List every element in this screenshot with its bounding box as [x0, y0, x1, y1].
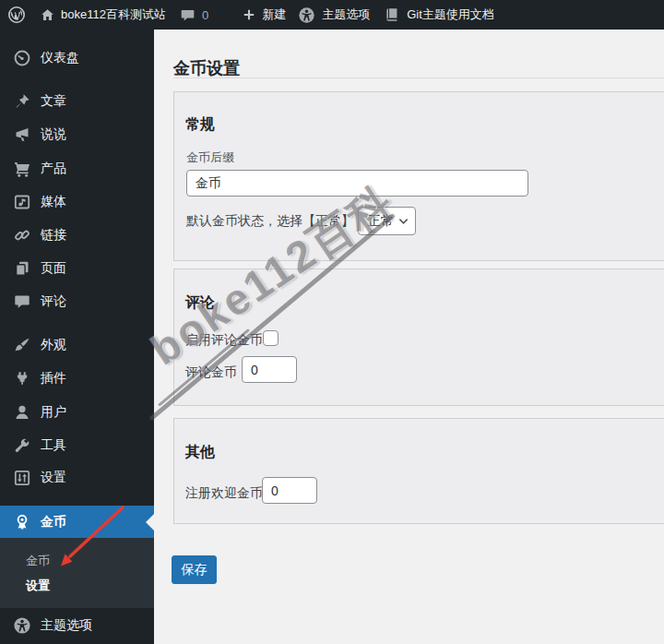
- main-content: 金币设置 常规 金币后缀 默认金币状态，选择【正常】 正常 评论 启用评论金币 …: [154, 30, 664, 644]
- universal-access-icon: [298, 6, 315, 24]
- pages-icon: [13, 259, 31, 278]
- sidebar-item-theme-options[interactable]: 主题选项: [0, 609, 154, 642]
- submenu-item-settings[interactable]: 设置: [26, 578, 50, 594]
- admin-bar-theme-options[interactable]: 主题选项: [298, 6, 370, 24]
- link-icon: [13, 226, 31, 244]
- wordpress-logo[interactable]: [7, 6, 26, 24]
- status-select[interactable]: 正常: [358, 207, 416, 235]
- wordpress-admin-page: boke112百科测试站 0 新建 主题选项: [0, 0, 664, 644]
- new-label: 新建: [262, 6, 286, 23]
- sidebar-item-users[interactable]: 用户: [0, 396, 154, 429]
- comment-bubble-icon: [180, 7, 196, 23]
- comment-coin-label: 评论金币: [185, 364, 237, 381]
- site-name: boke112百科测试站: [61, 6, 166, 23]
- award-icon: [13, 513, 31, 531]
- comments-icon: [13, 292, 31, 311]
- sidebar-item-pages[interactable]: 页面: [0, 252, 154, 285]
- media-icon: [13, 193, 31, 211]
- brush-icon: [13, 336, 31, 354]
- sidebar-menu: 仪表盘 文章 说说 产品 媒体: [0, 30, 154, 644]
- home-icon: [40, 7, 55, 23]
- theme-options-label: 主题选项: [322, 6, 370, 23]
- dashboard-icon: [13, 49, 31, 67]
- page-title: 金币设置: [173, 57, 240, 79]
- coin-suffix-label: 金币后缀: [186, 149, 234, 166]
- universal-access-icon: [13, 616, 31, 635]
- coin-suffix-input[interactable]: [186, 170, 528, 197]
- sidebar-item-products[interactable]: 产品: [0, 152, 154, 185]
- megaphone-icon: [13, 125, 31, 144]
- plug-icon: [13, 369, 31, 388]
- comments-section: 评论 启用评论金币 评论金币: [173, 268, 664, 406]
- sidebar-item-coins[interactable]: 金币: [0, 506, 154, 538]
- admin-bar-site-link[interactable]: boke112百科测试站: [40, 6, 166, 23]
- book-icon: [384, 6, 400, 23]
- title-divider: [173, 78, 664, 78]
- submenu-item-coins[interactable]: 金币: [26, 553, 50, 569]
- default-status-label: 默认金币状态，选择【正常】: [186, 213, 354, 230]
- sidebar-item-settings[interactable]: 设置: [0, 461, 154, 495]
- sidebar-item-plugins[interactable]: 插件: [0, 362, 154, 395]
- git-docs-label: Git主题使用文档: [407, 6, 494, 23]
- status-select-value: 正常: [368, 213, 394, 230]
- sidebar-item-dashboard[interactable]: 仪表盘: [0, 42, 154, 75]
- admin-bar: boke112百科测试站 0 新建 主题选项: [0, 0, 664, 30]
- welcome-coin-label: 注册欢迎金币: [185, 485, 263, 502]
- save-button[interactable]: 保存: [172, 555, 217, 584]
- sidebar-item-links[interactable]: 链接: [0, 219, 154, 252]
- plus-icon: [242, 7, 256, 22]
- comments-heading: 评论: [185, 293, 215, 313]
- sidebar-item-comments[interactable]: 评论: [0, 285, 154, 318]
- settings-icon: [13, 469, 31, 487]
- welcome-coin-input[interactable]: [262, 477, 317, 504]
- pin-icon: [13, 92, 31, 111]
- comment-coin-input[interactable]: [242, 356, 297, 383]
- wrench-icon: [13, 436, 31, 455]
- sidebar-item-tools[interactable]: 工具: [0, 429, 154, 462]
- user-icon: [13, 403, 31, 422]
- other-section: 其他 注册欢迎金币: [173, 418, 664, 524]
- comments-count: 0: [202, 8, 208, 22]
- admin-bar-comments[interactable]: 0: [180, 7, 208, 23]
- sidebar-item-appearance[interactable]: 外观: [0, 328, 154, 362]
- sidebar-item-shuoshuo[interactable]: 说说: [0, 118, 154, 151]
- wordpress-icon: [7, 6, 26, 24]
- current-menu-notch: [146, 514, 154, 531]
- cart-icon: [13, 160, 31, 178]
- admin-bar-git-docs[interactable]: Git主题使用文档: [384, 6, 494, 23]
- enable-comment-coin-checkbox[interactable]: [263, 330, 279, 346]
- chevron-down-icon: [398, 218, 409, 225]
- sidebar-item-media[interactable]: 媒体: [0, 185, 154, 219]
- other-heading: 其他: [185, 443, 215, 462]
- general-heading: 常规: [185, 115, 215, 135]
- enable-comment-coin-label: 启用评论金币: [185, 332, 263, 349]
- admin-bar-new-button[interactable]: 新建: [242, 6, 286, 23]
- sidebar-item-posts[interactable]: 文章: [0, 85, 154, 118]
- general-section: 常规 金币后缀 默认金币状态，选择【正常】 正常: [173, 91, 664, 261]
- coins-submenu: 金币 设置: [0, 538, 154, 608]
